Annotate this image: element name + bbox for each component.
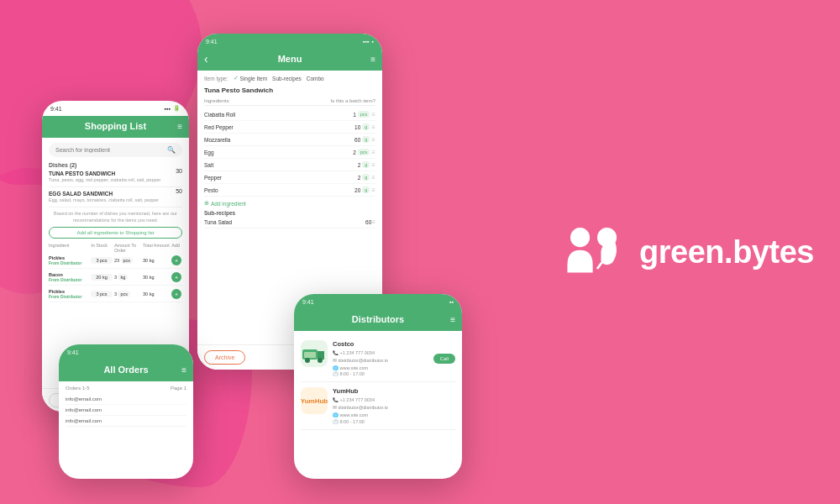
truck-svg	[302, 344, 326, 363]
add-button[interactable]: +	[171, 255, 181, 265]
batch-toggle[interactable]: ≡	[371, 174, 375, 181]
item-type-label: Item type:	[204, 76, 228, 81]
check-icon: ✓	[234, 75, 239, 81]
type-sub-label: Sub-recipes	[272, 76, 302, 81]
col-total: Total Amount	[143, 243, 170, 253]
ingredient-row: Egg 2 pcs ≡	[204, 146, 375, 159]
menu-item-title: Tuna Pesto Sandwich	[204, 87, 375, 94]
costco-info: Costco 📞 +1 234 777 0034 ✉ distributor@d…	[333, 340, 428, 376]
status-bar-menu: 9:41 ▪▪▪ ▪	[197, 34, 382, 49]
yumhub-hours: 🕐 8:00 - 17:00	[333, 419, 455, 424]
shopping-header: ≡ Shopping List	[42, 116, 189, 138]
item-type-row: Item type: ✓ Single Item Sub-recipes Com…	[204, 75, 375, 81]
costco-email: ✉ distributor@distributor.io	[333, 357, 428, 365]
amount-to-order: 3 pcs	[114, 291, 141, 297]
add-ingredient-button[interactable]: ⊕ Add ingredient	[204, 200, 375, 207]
add-all-button[interactable]: Add all ingredients to Shopping list	[49, 227, 182, 239]
costco-phone: 📞 +1 234 777 0034	[333, 349, 428, 357]
dish-desc-2: Egg, salad, mayo, tomatoes, ciabatta rol…	[49, 197, 182, 202]
item-source: From Distributor	[49, 294, 81, 299]
ingredients-header: Ingredients Is this a batch item?	[204, 98, 375, 106]
batch-toggle[interactable]: ≡	[371, 186, 375, 194]
orders-range: Orders 1-5	[66, 386, 90, 391]
dish-name-1: TUNA PESTO SANDWICH	[49, 171, 182, 176]
dist-menu-icon[interactable]: ≡	[450, 315, 455, 324]
search-icon: 🔍	[167, 146, 176, 154]
menu-body: Item type: ✓ Single Item Sub-recipes Com…	[197, 71, 382, 233]
ingredient-name: Salt	[204, 162, 344, 168]
col-ingredient: Ingredient	[49, 243, 89, 253]
yumhub-website: 🌐 www.site.com	[333, 412, 455, 419]
col-amount: Amount To Order	[114, 243, 141, 253]
status-bar-orders: 9:41	[59, 344, 193, 360]
type-combo[interactable]: Combo	[307, 76, 324, 81]
brand-area: green.bytes	[571, 223, 806, 281]
search-bar[interactable]: 🔍	[49, 143, 182, 157]
batch-toggle[interactable]: ≡	[371, 136, 375, 144]
col-instock: In Stock	[91, 243, 113, 253]
add-button[interactable]: +	[171, 272, 181, 282]
orders-body: Orders 1-5 Page 1 info@email.com info@em…	[59, 381, 193, 431]
brand-name-container: green.bytes	[639, 234, 814, 270]
svg-point-5	[570, 228, 590, 247]
costco-call-button[interactable]: Call	[433, 354, 455, 364]
search-input[interactable]	[55, 147, 164, 153]
order-email: info@email.com	[66, 396, 102, 402]
batch-toggle[interactable]: ≡	[371, 161, 375, 169]
time: 9:41	[206, 39, 218, 45]
shopping-title: Shopping List	[85, 121, 146, 131]
ingredient-qty: 2	[344, 162, 360, 168]
orders-header: ≡ All Orders	[59, 360, 193, 381]
dish-name-2: EGG SALAD SANDWICH	[49, 191, 182, 197]
sub-recipe-toggle[interactable]: ≡	[371, 218, 375, 226]
yumhub-email: ✉ distributor@distributor.io	[333, 404, 455, 412]
order-row-3: info@email.com	[66, 416, 186, 427]
dist-body: Costco 📞 +1 234 777 0034 ✉ distributor@d…	[294, 331, 462, 434]
add-icon: ⊕	[204, 200, 209, 207]
status-bar-shopping: 9:41 ▪▪▪ 🔋	[42, 101, 189, 116]
ingredient-row: Pesto 20 g ≡	[204, 184, 375, 197]
battery-icon: ▪	[372, 39, 374, 45]
dishes-section-label: Dishes (2)	[49, 162, 182, 168]
costco-name: Costco	[333, 340, 428, 348]
item-name: BaconFrom Distributor	[49, 272, 89, 282]
total-amount: 30 kg	[143, 275, 170, 280]
phone-distributors: 9:41 ▪▪ ≡ Distributors	[294, 294, 462, 479]
order-row-1: info@email.com	[66, 394, 186, 405]
orders-menu-icon[interactable]: ≡	[181, 365, 186, 375]
batch-toggle[interactable]: ≡	[371, 111, 375, 118]
ingredient-qty: 1	[339, 112, 356, 118]
battery-icon: ▪▪	[449, 299, 454, 305]
dish-item-1: TUNA PESTO SANDWICH 30 Tuna, pesto, egg,…	[49, 171, 182, 187]
shopping-menu-icon[interactable]: ≡	[177, 122, 182, 131]
ingredient-name: Mozzarella	[204, 137, 344, 143]
type-sub[interactable]: Sub-recipes	[272, 76, 302, 81]
unit-badge: g	[362, 186, 370, 193]
batch-toggle[interactable]: ≡	[371, 149, 375, 156]
dish-item-2: EGG SALAD SANDWICH 50 Egg, salad, mayo, …	[49, 191, 182, 207]
status-bar-dist: 9:41 ▪▪	[294, 294, 462, 309]
ingredient-qty: 2	[339, 150, 356, 155]
svg-point-3	[318, 358, 323, 363]
in-stock-qty: 3 pcs	[91, 291, 113, 297]
yumhub-info: YumHub 📞 +1 234 777 0034 ✉ distributor@d…	[333, 387, 455, 423]
ingredient-row: Ciabatta Roll 1 pcs ≡	[204, 108, 375, 121]
unit-badge: pcs	[358, 111, 370, 118]
sub-recipe-name: Tuna Salad	[204, 219, 354, 225]
type-combo-label: Combo	[307, 76, 324, 81]
item-source: From Distributor	[49, 277, 81, 282]
unit-badge: g	[362, 161, 370, 168]
back-icon[interactable]: ‹	[204, 52, 208, 66]
in-stock-qty: 20 kg	[91, 274, 113, 281]
type-single[interactable]: ✓ Single Item	[234, 75, 268, 81]
amount-to-order: 3 kg	[114, 275, 141, 280]
sub-recipe-qty: 60	[354, 219, 371, 225]
batch-toggle[interactable]: ≡	[371, 123, 375, 131]
item-name: PicklesFrom Distributor	[49, 289, 89, 299]
add-button[interactable]: +	[171, 289, 181, 299]
in-stock-qty: 3 pcs	[91, 257, 113, 264]
menu-icon[interactable]: ≡	[370, 55, 375, 64]
archive-button[interactable]: Archive	[204, 350, 245, 365]
col-add: Add	[171, 243, 182, 253]
ingredient-name: Pesto	[204, 187, 344, 193]
